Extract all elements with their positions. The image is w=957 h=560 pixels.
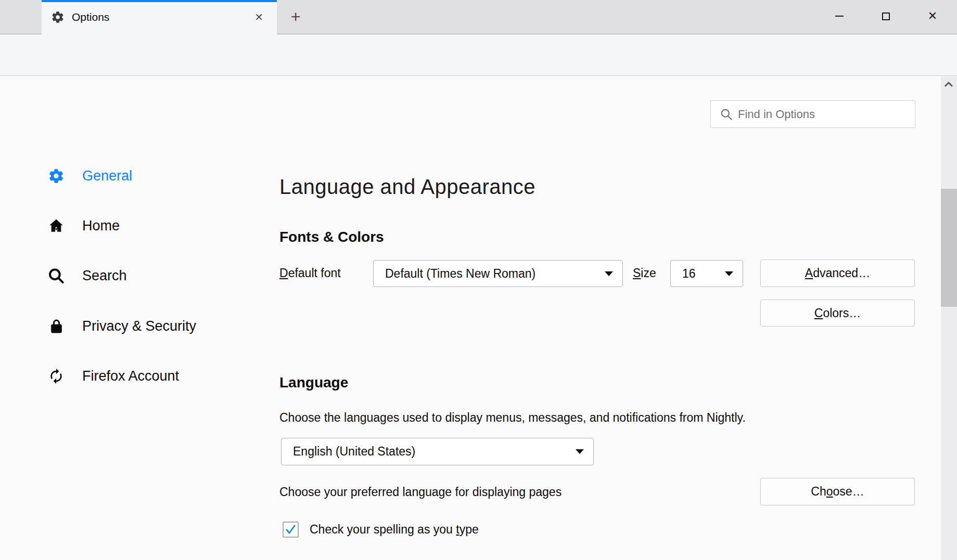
locale-select[interactable]: English (United States) bbox=[281, 438, 594, 465]
sidebar-item-search[interactable]: Search bbox=[48, 264, 127, 287]
locale-value: English (United States) bbox=[293, 445, 415, 459]
window-minimize-button[interactable] bbox=[825, 4, 854, 28]
advanced-button[interactable]: Advanced… bbox=[760, 259, 915, 287]
sidebar-item-label: Firefox Account bbox=[82, 368, 179, 384]
size-label: Size bbox=[633, 266, 656, 280]
navigation-toolbar bbox=[0, 34, 957, 76]
new-tab-button[interactable]: + bbox=[284, 4, 308, 29]
default-font-label: Default font bbox=[279, 266, 341, 280]
font-size-select[interactable]: 16 bbox=[670, 260, 743, 287]
spellcheck-checkbox[interactable] bbox=[283, 522, 299, 538]
sidebar-item-firefox-account[interactable]: Firefox Account bbox=[48, 364, 179, 387]
lock-icon bbox=[48, 318, 65, 334]
window-close-button[interactable]: ✕ bbox=[918, 4, 947, 28]
find-in-options bbox=[710, 100, 915, 128]
gear-favicon-icon bbox=[51, 10, 65, 24]
sidebar-item-label: Home bbox=[82, 218, 120, 234]
firefox-window: Options ✕ + ✕ Nightly bbox=[0, 0, 957, 560]
default-font-value: Default (Times New Roman) bbox=[385, 267, 535, 281]
home-icon bbox=[48, 217, 65, 234]
chevron-down-icon bbox=[576, 449, 584, 454]
preferred-language-label: Choose your preferred language for displ… bbox=[279, 485, 562, 499]
tab-close-icon[interactable]: ✕ bbox=[250, 9, 267, 25]
tab-bar: Options ✕ + ✕ bbox=[0, 0, 957, 34]
language-heading: Language bbox=[279, 374, 348, 391]
sidebar-item-home[interactable]: Home bbox=[48, 214, 120, 237]
find-in-options-input[interactable] bbox=[710, 100, 915, 128]
font-size-value: 16 bbox=[682, 267, 696, 281]
chevron-down-icon bbox=[605, 271, 613, 276]
checkmark-icon bbox=[284, 523, 298, 537]
sidebar-item-privacy-security[interactable]: Privacy & Security bbox=[48, 315, 196, 337]
colors-button[interactable]: Colors… bbox=[760, 299, 915, 327]
choose-button[interactable]: Choose… bbox=[760, 478, 915, 505]
chevron-down-icon bbox=[725, 271, 733, 276]
default-font-select[interactable]: Default (Times New Roman) bbox=[373, 260, 623, 287]
spellcheck-label: Check your spelling as you type bbox=[310, 523, 479, 537]
sidebar-item-label: Privacy & Security bbox=[82, 318, 196, 334]
language-description: Choose the languages used to display men… bbox=[279, 411, 746, 425]
sidebar-item-label: Search bbox=[82, 268, 127, 284]
fonts-colors-heading: Fonts & Colors bbox=[279, 229, 384, 245]
gear-icon bbox=[48, 167, 65, 184]
sidebar-item-label: General bbox=[82, 168, 132, 184]
scrollbar-thumb[interactable] bbox=[941, 189, 957, 307]
tab-options[interactable]: Options ✕ bbox=[42, 0, 277, 34]
scrollbar[interactable] bbox=[941, 76, 957, 560]
page-title: Language and Appearance bbox=[279, 175, 535, 199]
window-maximize-button[interactable] bbox=[871, 4, 900, 28]
sidebar-item-general[interactable]: General bbox=[48, 164, 132, 187]
sync-icon bbox=[48, 368, 65, 384]
scrollbar-up-arrow[interactable] bbox=[944, 81, 953, 89]
magnifier-icon bbox=[48, 267, 65, 284]
tab-title: Options bbox=[72, 11, 250, 23]
